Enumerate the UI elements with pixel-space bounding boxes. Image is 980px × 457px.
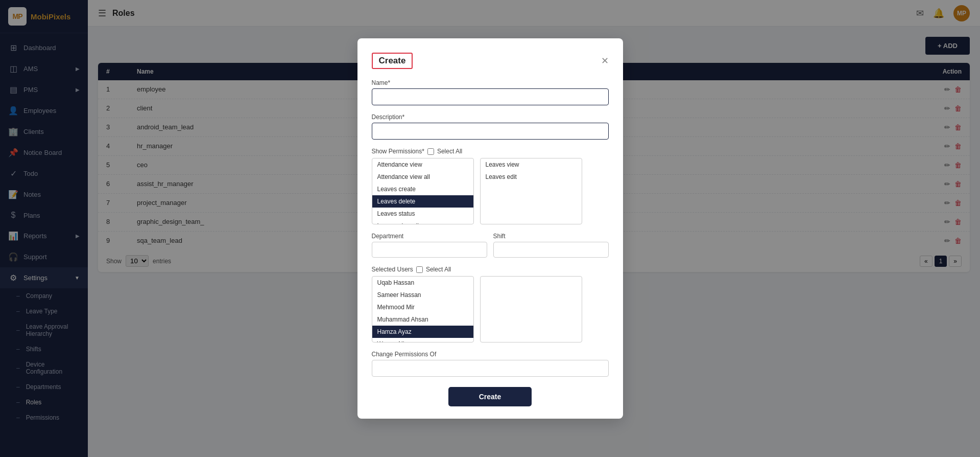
select-all-permissions-checkbox[interactable]	[427, 148, 434, 155]
modal-footer: Create	[372, 387, 609, 406]
name-label: Name*	[372, 79, 609, 86]
user-item[interactable]: Uqab Hassan	[372, 277, 473, 289]
modal-close-button[interactable]: ✕	[601, 56, 609, 65]
user-item[interactable]: Waqas Ali	[372, 338, 473, 342]
permissions-group: Show Permissions* Select All Attendance …	[372, 148, 609, 224]
create-modal: Create ✕ Name* Description* Show Permiss…	[357, 38, 623, 419]
description-label: Description*	[372, 113, 609, 121]
department-label: Department	[372, 233, 487, 240]
permissions-listboxes: Attendance viewAttendance view allLeaves…	[372, 158, 609, 224]
create-button[interactable]: Create	[448, 387, 532, 406]
users-listboxes: Uqab HassanSameer HassanMehmood MirMuham…	[372, 276, 609, 342]
name-input[interactable]	[372, 88, 609, 105]
user-item[interactable]: Mehmood Mir	[372, 301, 473, 313]
permission-item[interactable]: Leaves view	[481, 158, 582, 171]
right-permissions-listbox[interactable]: Leaves viewLeaves edit	[480, 158, 582, 224]
description-input[interactable]	[372, 123, 609, 140]
permission-item[interactable]: Leaves status	[372, 208, 473, 220]
permission-item[interactable]: Attendance view all	[372, 171, 473, 183]
change-permissions-group: Change Permissions Of	[372, 351, 609, 377]
shift-label: Shift	[493, 233, 609, 240]
shift-input[interactable]	[493, 242, 609, 258]
department-group: Department	[372, 233, 487, 258]
department-input[interactable]	[372, 242, 487, 258]
users-label: Selected Users Select All	[372, 266, 609, 273]
modal-header: Create ✕	[372, 53, 609, 69]
users-group: Selected Users Select All Uqab HassanSam…	[372, 266, 609, 342]
permission-item[interactable]: Leaves view all	[372, 220, 473, 224]
right-users-listbox[interactable]	[480, 276, 582, 342]
change-permissions-input[interactable]	[372, 360, 609, 377]
select-all-users-checkbox[interactable]	[416, 266, 423, 273]
shift-group: Shift	[493, 233, 609, 258]
left-permissions-listbox[interactable]: Attendance viewAttendance view allLeaves…	[372, 158, 474, 224]
permission-item[interactable]: Attendance view	[372, 158, 473, 171]
user-item[interactable]: Sameer Hassan	[372, 289, 473, 301]
permission-item[interactable]: Leaves delete	[372, 195, 473, 208]
user-item[interactable]: Hamza Ayaz	[372, 326, 473, 338]
change-permissions-label: Change Permissions Of	[372, 351, 609, 358]
permission-item[interactable]: Leaves create	[372, 183, 473, 195]
permissions-label: Show Permissions* Select All	[372, 148, 609, 155]
left-users-listbox[interactable]: Uqab HassanSameer HassanMehmood MirMuham…	[372, 276, 474, 342]
modal-title: Create	[372, 53, 413, 69]
name-field-group: Name*	[372, 79, 609, 105]
description-field-group: Description*	[372, 113, 609, 140]
dept-shift-row: Department Shift	[372, 233, 609, 258]
user-item[interactable]: Muhammad Ahsan	[372, 313, 473, 326]
permission-item[interactable]: Leaves edit	[481, 171, 582, 183]
modal-overlay[interactable]: Create ✕ Name* Description* Show Permiss…	[0, 0, 980, 457]
